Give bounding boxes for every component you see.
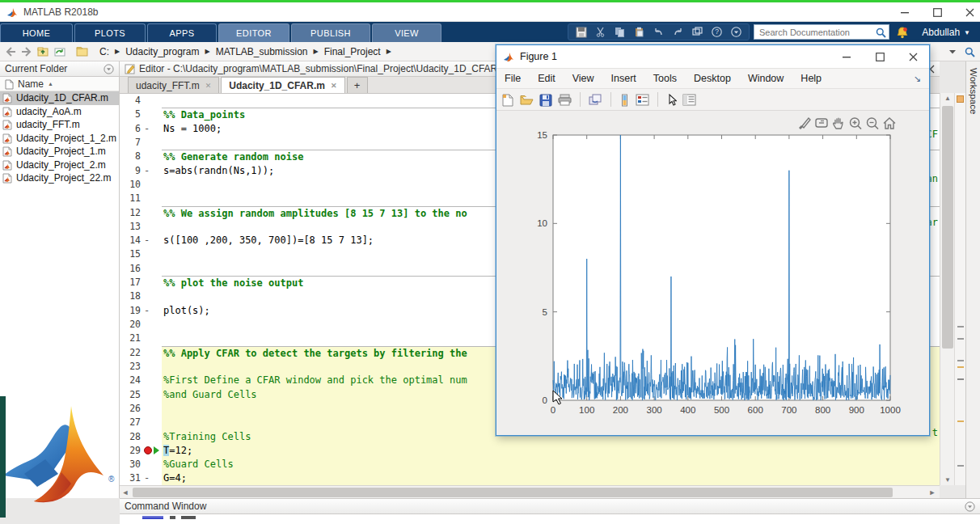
- tab-close-icon[interactable]: ✕: [331, 82, 337, 90]
- new-figure-icon[interactable]: [501, 92, 514, 107]
- browse-folder-icon[interactable]: [54, 46, 66, 57]
- up-folder-icon[interactable]: [37, 46, 49, 57]
- address-search-icon[interactable]: [965, 45, 975, 57]
- ribbon-tab-apps[interactable]: APPS: [147, 23, 217, 42]
- file-item[interactable]: Udacity_1D_CFAR.m: [0, 91, 119, 105]
- breadcrumb-item[interactable]: Final_Project: [324, 46, 381, 57]
- analyzer-marker[interactable]: [957, 326, 964, 328]
- file-item[interactable]: Udacity_Project_22.m: [0, 171, 119, 185]
- minimize-icon[interactable]: [899, 5, 910, 19]
- figure-menu-tools[interactable]: Tools: [653, 73, 677, 84]
- vscroll-thumb[interactable]: [942, 106, 953, 349]
- analyzer-marker[interactable]: [957, 420, 964, 422]
- figure-menu-help[interactable]: Help: [800, 73, 822, 84]
- breadcrumb-item[interactable]: Udacity_program: [125, 46, 199, 57]
- switch-window-icon[interactable]: [691, 26, 703, 38]
- analyzer-marker[interactable]: [957, 378, 964, 380]
- save-icon[interactable]: [575, 26, 587, 38]
- scroll-down-icon[interactable]: ▼: [940, 476, 955, 484]
- analyzer-marker[interactable]: [957, 465, 964, 467]
- scroll-left-icon[interactable]: ◄: [120, 488, 131, 497]
- new-tab-button[interactable]: +: [347, 77, 368, 93]
- file-item[interactable]: Udacity_Project_1_2.m: [0, 132, 119, 146]
- line-marker[interactable]: -: [141, 234, 160, 247]
- analyzer-marker[interactable]: [957, 366, 964, 368]
- ribbon-tab-view[interactable]: VIEW: [372, 23, 441, 42]
- analyzer-marker[interactable]: [957, 338, 964, 340]
- edit-plot-icon[interactable]: [666, 92, 677, 107]
- dock-figure-icon[interactable]: ↘: [914, 74, 921, 84]
- figure-menu-edit[interactable]: Edit: [538, 73, 555, 84]
- insert-colorbar-icon[interactable]: [619, 92, 630, 107]
- line-marker[interactable]: -: [141, 164, 160, 178]
- command-window-content[interactable]: [120, 514, 980, 520]
- cut-icon[interactable]: [594, 26, 606, 38]
- maximize-icon[interactable]: [931, 5, 943, 19]
- code-line[interactable]: 30%Guard Cells: [120, 458, 940, 471]
- forward-icon[interactable]: [21, 47, 32, 57]
- scroll-right-icon[interactable]: ►: [927, 488, 938, 497]
- undo-icon[interactable]: [653, 26, 665, 38]
- help-icon[interactable]: ?: [711, 26, 723, 38]
- notification-bell-icon[interactable]: [896, 25, 909, 38]
- open-file-icon[interactable]: [520, 92, 534, 107]
- search-input[interactable]: [758, 27, 876, 38]
- figure-maximize-icon[interactable]: [876, 51, 885, 62]
- figure-menu-insert[interactable]: Insert: [611, 73, 636, 84]
- panel-menu-icon[interactable]: [103, 63, 114, 74]
- line-marker[interactable]: -: [141, 471, 160, 485]
- print-figure-icon[interactable]: [558, 92, 572, 107]
- search-icon[interactable]: [876, 25, 886, 40]
- breadcrumb-item[interactable]: C:: [99, 46, 109, 57]
- file-item[interactable]: Udacity_Project_1.m: [0, 145, 119, 158]
- panel-menu-icon[interactable]: [965, 501, 975, 512]
- figure-titlebar[interactable]: Figure 1: [496, 45, 929, 68]
- line-marker[interactable]: [141, 446, 160, 454]
- file-item[interactable]: udacity_FFT.m: [0, 118, 119, 132]
- recent-folders-icon[interactable]: [948, 45, 957, 57]
- insert-legend-icon[interactable]: [636, 92, 649, 107]
- save-figure-icon[interactable]: [539, 92, 552, 107]
- link-plot-icon[interactable]: [589, 92, 602, 107]
- code-line[interactable]: 31-G=4;: [120, 471, 940, 485]
- ribbon-tab-editor[interactable]: EDITOR: [218, 23, 289, 42]
- close-icon[interactable]: [964, 5, 975, 19]
- copy-icon[interactable]: [614, 26, 626, 38]
- name-column-header[interactable]: Name ▲: [0, 77, 119, 91]
- line-marker[interactable]: -: [141, 122, 160, 136]
- dropdown-icon[interactable]: [730, 26, 742, 38]
- scroll-up-icon[interactable]: ▲: [940, 95, 955, 102]
- breadcrumb-item[interactable]: MATLAB_submission: [216, 46, 308, 57]
- back-icon[interactable]: [5, 47, 16, 57]
- svg-text:0: 0: [551, 405, 555, 415]
- user-menu[interactable]: Abdullah ▼: [922, 27, 970, 38]
- editor-tab[interactable]: udacity_FFT.m✕: [128, 77, 219, 93]
- analyzer-marker[interactable]: [957, 360, 964, 361]
- ribbon-tab-publish[interactable]: PUBLISH: [291, 23, 370, 42]
- editor-tab[interactable]: Udacity_1D_CFAR.m✕: [221, 77, 344, 93]
- figure-menu-view[interactable]: View: [572, 73, 594, 84]
- hscroll-thumb[interactable]: [133, 488, 893, 497]
- figure-menu-desktop[interactable]: Desktop: [694, 73, 731, 84]
- paste-icon[interactable]: [633, 26, 645, 38]
- noise-plot[interactable]: 01002003004005006007008009001000051015: [513, 117, 917, 429]
- workspace-collapsed-tab[interactable]: Workspace: [965, 61, 980, 498]
- ribbon-tab-plots[interactable]: PLOTS: [74, 23, 146, 42]
- figure-close-icon[interactable]: [909, 51, 918, 62]
- editor-hscrollbar[interactable]: ◄ ►: [120, 485, 940, 498]
- line-number: 6: [120, 122, 141, 136]
- file-item[interactable]: udacity_AoA.m: [0, 105, 119, 119]
- figure-menu-file[interactable]: File: [505, 73, 521, 84]
- line-marker[interactable]: -: [141, 304, 160, 318]
- figure-minimize-icon[interactable]: [843, 51, 851, 62]
- editor-vscrollbar[interactable]: ▲ ▼: [940, 93, 954, 485]
- file-item[interactable]: Udacity_Project_2.m: [0, 158, 119, 172]
- code-analyzer-status[interactable]: [957, 95, 964, 103]
- ribbon-tab-home[interactable]: HOME: [0, 23, 73, 42]
- breakpoint-icon[interactable]: [144, 446, 152, 454]
- redo-icon[interactable]: [672, 26, 684, 38]
- property-inspector-icon[interactable]: [682, 92, 696, 107]
- figure-menu-window[interactable]: Window: [748, 73, 784, 84]
- tab-close-icon[interactable]: ✕: [205, 82, 212, 90]
- code-line[interactable]: 29T=12;: [120, 444, 940, 458]
